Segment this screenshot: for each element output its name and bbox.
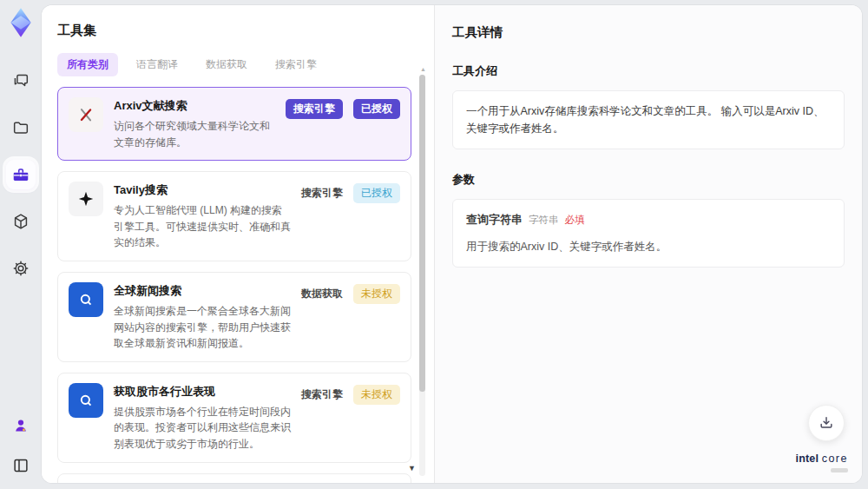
status-badge: 未授权 bbox=[353, 284, 400, 304]
packages-nav-button[interactable] bbox=[6, 207, 36, 236]
page-title: 工具集 bbox=[57, 23, 411, 39]
tool-details-panel: 工具详情 工具介绍 一个用于从Arxiv存储库搜索科学论文和文章的工具。 输入可… bbox=[434, 5, 862, 483]
download-button[interactable] bbox=[808, 405, 845, 441]
files-nav-button[interactable] bbox=[6, 113, 36, 142]
tool-badges: 数据获取 未授权 bbox=[301, 284, 400, 304]
list-scrollbar-thumb[interactable] bbox=[419, 75, 425, 392]
tool-description: 访问各个研究领域大量科学论文和文章的存储库。 bbox=[114, 118, 275, 150]
params-heading: 参数 bbox=[452, 172, 845, 188]
folder-icon bbox=[11, 118, 30, 137]
intro-text-box: 一个用于从Arxiv存储库搜索科学论文和文章的工具。 输入可以是Arxiv ID… bbox=[452, 90, 845, 149]
app-logo-icon bbox=[6, 7, 36, 38]
stock-search-icon bbox=[69, 383, 103, 418]
rail-nav bbox=[6, 66, 36, 283]
intel-logo-text: intel bbox=[795, 453, 819, 465]
intro-heading: 工具介绍 bbox=[452, 63, 845, 79]
user-avatar-icon bbox=[11, 416, 30, 435]
tool-info: Arxiv文献搜索 访问各个研究领域大量科学论文和文章的存储库。 bbox=[114, 97, 275, 150]
param-type: 字符串 bbox=[529, 212, 559, 228]
tab-language-translation[interactable]: 语言翻译 bbox=[127, 53, 187, 76]
tab-all-categories[interactable]: 所有类别 bbox=[57, 53, 118, 76]
intel-core-logo: intel core bbox=[795, 453, 848, 472]
toolbox-icon bbox=[11, 165, 30, 184]
category-badge: 搜索引擎 bbox=[301, 186, 343, 201]
main-window: 工具集 所有类别 语言翻译 数据获取 搜索引擎 Arxiv bbox=[42, 5, 862, 483]
category-badge: 搜索引擎 bbox=[301, 387, 343, 402]
tool-info: Tavily搜索 专为人工智能代理 (LLM) 构建的搜索引擎工具。可快速提供实… bbox=[114, 182, 291, 251]
tab-search-engine[interactable]: 搜索引擎 bbox=[266, 53, 326, 76]
tools-nav-button[interactable] bbox=[6, 160, 36, 189]
tool-card-global-news[interactable]: 全球新闻搜索 全球新闻搜索是一个聚合全球各大新闻网站内容的搜索引擎，帮助用户快速… bbox=[57, 272, 411, 362]
tab-data-fetching[interactable]: 数据获取 bbox=[196, 53, 257, 76]
category-badge: 数据获取 bbox=[301, 287, 343, 301]
cube-icon bbox=[11, 212, 30, 231]
tool-card-active-stocks[interactable]: 获取市场最活跃股票信息 提供当天交易量最高的股票列表。投资者可以利用这些信息来识… bbox=[57, 473, 411, 483]
status-badge: 未授权 bbox=[353, 385, 400, 405]
tool-badges: 搜索引擎 已授权 bbox=[301, 183, 400, 203]
arxiv-logo-icon bbox=[69, 97, 103, 132]
settings-nav-button[interactable] bbox=[6, 254, 36, 283]
status-badge: 已授权 bbox=[353, 99, 400, 119]
left-rail bbox=[0, 0, 42, 489]
tool-name: Arxiv文献搜索 bbox=[114, 98, 275, 114]
category-badge: 搜索引擎 bbox=[286, 99, 343, 119]
tool-badges: 搜索引擎 未授权 bbox=[301, 385, 400, 405]
tool-card-arxiv[interactable]: Arxiv文献搜索 访问各个研究领域大量科学论文和文章的存储库。 搜索引擎 已授… bbox=[57, 87, 411, 161]
download-icon bbox=[818, 414, 835, 432]
tool-name: 全球新闻搜索 bbox=[114, 283, 291, 299]
rail-bottom bbox=[6, 411, 36, 480]
tool-card-tavily[interactable]: Tavily搜索 专为人工智能代理 (LLM) 构建的搜索引擎工具。可快速提供实… bbox=[57, 171, 411, 261]
chat-nav-button[interactable] bbox=[6, 66, 36, 96]
tool-badges: 搜索引擎 已授权 bbox=[286, 99, 400, 119]
core-logo-text: core bbox=[822, 453, 848, 465]
param-required-flag: 必填 bbox=[565, 212, 585, 228]
param-name: 查询字符串 bbox=[466, 211, 523, 229]
param-description: 用于搜索的Arxiv ID、关键字或作者姓名。 bbox=[466, 238, 831, 255]
tool-card-sector-performance[interactable]: 获取股市各行业表现 提供股票市场各个行业在特定时间段内的表现。投资者可以利用这些… bbox=[57, 373, 411, 463]
status-badge: 已授权 bbox=[353, 183, 400, 203]
tool-info: 获取股市各行业表现 提供股票市场各个行业在特定时间段内的表现。投资者可以利用这些… bbox=[114, 383, 291, 453]
panel-layout-icon bbox=[11, 456, 30, 475]
tool-description: 提供股票市场各个行业在特定时间段内的表现。投资者可以利用这些信息来识别表现优于或… bbox=[114, 404, 291, 453]
tavily-star-icon bbox=[69, 182, 103, 216]
tool-name: Tavily搜索 bbox=[114, 182, 291, 198]
scroll-up-arrow[interactable]: ▲ bbox=[420, 66, 426, 72]
brand-sub-mark bbox=[831, 468, 848, 472]
collapse-sidebar-button[interactable] bbox=[6, 451, 36, 480]
gear-icon bbox=[11, 259, 30, 278]
news-search-icon bbox=[69, 282, 103, 317]
tool-name: 获取股市各行业表现 bbox=[114, 384, 291, 400]
tool-info: 全球新闻搜索 全球新闻搜索是一个聚合全球各大新闻网站内容的搜索引擎，帮助用户快速… bbox=[114, 282, 291, 352]
tool-description: 全球新闻搜索是一个聚合全球各大新闻网站内容的搜索引擎，帮助用户快速获取全球最新资… bbox=[114, 303, 291, 352]
param-box: 查询字符串 字符串 必填 用于搜索的Arxiv ID、关键字或作者姓名。 bbox=[452, 199, 845, 268]
category-tabs: 所有类别 语言翻译 数据获取 搜索引擎 bbox=[57, 53, 411, 76]
tool-description: 专为人工智能代理 (LLM) 构建的搜索引擎工具。可快速提供实时、准确和真实的结… bbox=[114, 202, 291, 251]
list-scrollbar-track[interactable] bbox=[419, 75, 425, 476]
tools-list-panel: 工具集 所有类别 语言翻译 数据获取 搜索引擎 Arxiv bbox=[42, 5, 434, 483]
scroll-down-arrow[interactable]: ▼ bbox=[408, 464, 416, 472]
account-button[interactable] bbox=[6, 411, 36, 440]
param-header: 查询字符串 字符串 必填 bbox=[466, 211, 831, 229]
details-title: 工具详情 bbox=[452, 24, 845, 41]
tool-card-list: Arxiv文献搜索 访问各个研究领域大量科学论文和文章的存储库。 搜索引擎 已授… bbox=[57, 87, 411, 483]
chat-icon bbox=[11, 71, 30, 90]
